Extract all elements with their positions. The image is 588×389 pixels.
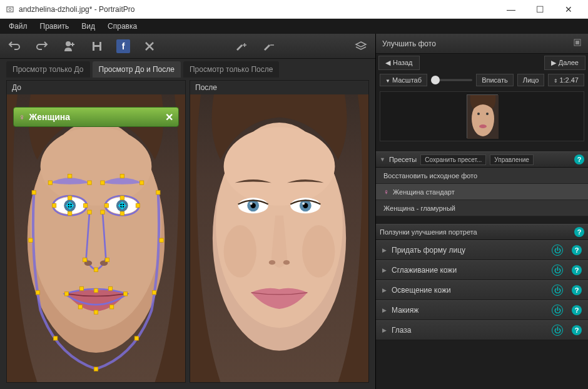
preset-item-restore[interactable]: Восстановить исходное фото xyxy=(376,168,588,184)
tab-before-only[interactable]: Просмотр только До xyxy=(6,61,90,78)
left-panel: f Просмотр только До Просмотр До и После… xyxy=(0,34,375,389)
menu-view[interactable]: Вид xyxy=(75,19,101,33)
window-controls: — ☐ ✕ xyxy=(497,0,583,19)
svg-rect-36 xyxy=(84,204,88,208)
zoom-label: ▼Масштаб xyxy=(380,74,427,86)
preset-item-woman-glamour[interactable]: Женщина - гламурный xyxy=(376,200,588,216)
svg-rect-26 xyxy=(160,238,163,242)
next-button[interactable]: ▶Далее xyxy=(544,56,585,70)
zoom-thumb[interactable] xyxy=(431,76,440,84)
svg-rect-28 xyxy=(48,181,52,184)
chevron-right-icon: ▶ xyxy=(551,59,556,67)
svg-rect-73 xyxy=(575,41,579,44)
navigator-thumbnail[interactable] xyxy=(380,91,584,141)
svg-point-2 xyxy=(66,41,71,46)
fit-button[interactable]: Вписать xyxy=(476,74,514,86)
sliders-header: Ползунки улучшения портрета ? xyxy=(376,224,588,240)
svg-rect-25 xyxy=(152,291,156,295)
face-button[interactable]: Лицо xyxy=(517,74,545,86)
window-title: andzhelina-dzholi.jpg* - PortraitPro xyxy=(19,5,497,14)
manage-presets-button[interactable]: Управление xyxy=(490,154,534,165)
svg-rect-38 xyxy=(104,204,108,208)
svg-point-68 xyxy=(269,260,275,265)
svg-rect-46 xyxy=(94,268,98,271)
zoom-row: ▼Масштаб Вписать Лицо ⇕1:2.47 xyxy=(376,71,588,89)
svg-point-76 xyxy=(477,113,480,115)
facebook-button[interactable]: f xyxy=(116,39,130,53)
close-button[interactable]: ✕ xyxy=(554,0,583,19)
save-preset-button[interactable]: Сохранить пресет... xyxy=(420,154,486,165)
svg-rect-24 xyxy=(134,336,138,340)
sliders-title: Ползунки улучшения портрета xyxy=(380,228,477,236)
svg-rect-23 xyxy=(94,367,98,371)
help-icon[interactable]: ? xyxy=(572,325,582,335)
help-icon[interactable]: ? xyxy=(572,305,582,315)
help-icon[interactable]: ? xyxy=(574,227,584,237)
slider-eyes[interactable]: ▶ Глаза ⏻ ? xyxy=(376,320,588,340)
after-canvas[interactable] xyxy=(190,94,368,382)
power-icon[interactable]: ⏻ xyxy=(552,325,563,336)
settings-icon[interactable] xyxy=(573,38,582,49)
enhance-header: Улучшить фото xyxy=(376,34,588,54)
brush-add-button[interactable] xyxy=(233,38,250,54)
svg-point-1 xyxy=(9,8,11,11)
svg-point-8 xyxy=(41,127,152,205)
svg-rect-42 xyxy=(88,210,91,214)
redo-button[interactable] xyxy=(34,38,50,54)
svg-rect-20 xyxy=(29,238,33,242)
slider-makeup[interactable]: ▶ Макияж ⏻ ? xyxy=(376,300,588,320)
tab-before-after[interactable]: Просмотр До и После xyxy=(93,61,181,78)
gender-tag-close[interactable]: ✕ xyxy=(165,111,173,123)
power-icon[interactable]: ⏻ xyxy=(552,245,563,256)
chevron-right-icon: ▶ xyxy=(382,247,387,253)
svg-rect-34 xyxy=(52,204,56,208)
slider-face-shape[interactable]: ▶ Придать форму лицу ⏻ ? xyxy=(376,240,588,260)
help-icon[interactable]: ? xyxy=(572,245,582,255)
presets-header[interactable]: ▼ Пресеты Сохранить пресет... Управление… xyxy=(376,151,588,168)
zoom-value: ⇕1:2.47 xyxy=(548,74,584,86)
titlebar: andzhelina-dzholi.jpg* - PortraitPro — ☐… xyxy=(0,0,588,19)
svg-point-78 xyxy=(479,124,487,128)
tab-after-only[interactable]: Просмотр только После xyxy=(183,61,280,78)
menu-help[interactable]: Справка xyxy=(101,19,143,33)
help-icon[interactable]: ? xyxy=(574,154,584,164)
svg-rect-0 xyxy=(7,7,13,12)
svg-point-69 xyxy=(283,260,290,265)
undo-button[interactable] xyxy=(6,38,23,54)
svg-point-70 xyxy=(224,225,256,278)
view-tabs: Просмотр только До Просмотр До и После П… xyxy=(0,59,375,80)
svg-rect-49 xyxy=(94,289,98,293)
back-button[interactable]: ◀Назад xyxy=(378,56,420,70)
zoom-slider[interactable] xyxy=(431,74,472,86)
slider-skin-smoothing[interactable]: ▶ Сглаживание кожи ⏻ ? xyxy=(376,260,588,280)
svg-rect-22 xyxy=(54,336,58,340)
menu-file[interactable]: Файл xyxy=(3,19,34,33)
menu-edit[interactable]: Править xyxy=(34,19,76,33)
menubar: Файл Править Вид Справка xyxy=(0,19,588,34)
svg-rect-35 xyxy=(68,196,72,200)
svg-rect-32 xyxy=(120,174,124,178)
minimize-button[interactable]: — xyxy=(497,0,525,19)
svg-rect-48 xyxy=(79,286,83,290)
preset-item-woman-standard[interactable]: ♀ Женщина стандарт xyxy=(376,184,588,200)
chevron-right-icon: ▶ xyxy=(382,267,387,273)
power-icon[interactable]: ⏻ xyxy=(552,285,563,296)
delete-button[interactable] xyxy=(141,38,158,54)
power-icon[interactable]: ⏻ xyxy=(552,265,563,276)
svg-rect-54 xyxy=(109,305,113,309)
help-icon[interactable]: ? xyxy=(572,265,582,275)
svg-rect-53 xyxy=(78,305,82,309)
help-icon[interactable]: ? xyxy=(572,285,582,295)
slider-skin-lighting[interactable]: ▶ Освещение кожи ⏻ ? xyxy=(376,280,588,300)
presets-title: Пресеты xyxy=(389,156,417,163)
before-canvas[interactable]: ♀ Женщина ✕ xyxy=(7,94,185,382)
after-label: После xyxy=(190,81,368,94)
enhance-title: Улучшить фото xyxy=(382,39,436,48)
svg-rect-31 xyxy=(101,181,104,184)
layers-button[interactable] xyxy=(353,38,369,54)
brush-remove-button[interactable] xyxy=(261,38,277,54)
power-icon[interactable]: ⏻ xyxy=(552,305,563,316)
add-person-button[interactable] xyxy=(61,38,78,54)
maximize-button[interactable]: ☐ xyxy=(525,0,554,19)
save-button[interactable] xyxy=(89,38,105,54)
